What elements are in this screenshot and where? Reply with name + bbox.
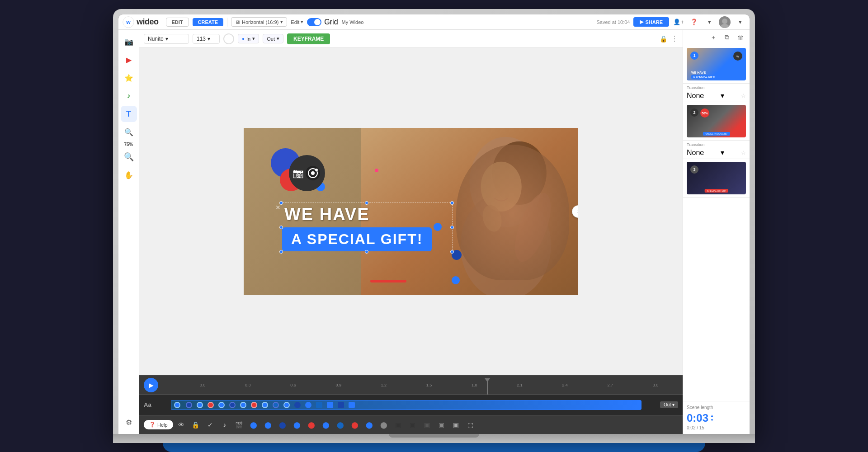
delete-scene-button[interactable]: 🗑 [735, 32, 746, 43]
out-chevron-icon: ▾ [672, 402, 675, 407]
edit-dropdown[interactable]: Edit ▾ [291, 19, 303, 25]
element-icon-4[interactable]: ⬤ [291, 419, 303, 431]
timeline-element-3[interactable] [197, 402, 203, 408]
help-button[interactable]: ❓ Help [144, 420, 173, 429]
scene-item-2[interactable]: 2 50% ON ALL PRODUCTS! [683, 102, 750, 141]
format-dropdown[interactable]: 🖥 Horizontal (16:9) ▾ [231, 17, 287, 27]
more-options-icon[interactable]: ⋮ [671, 34, 678, 43]
search-tool-button[interactable]: 🔍 [121, 124, 137, 140]
timeline-element-5[interactable] [218, 402, 225, 408]
timeline-element-14[interactable] [316, 402, 322, 408]
timeline-element-8[interactable] [251, 402, 257, 408]
element-icon-9[interactable]: ⬤ [363, 419, 376, 431]
music-tool-button[interactable]: ♪ [121, 88, 137, 104]
pan-tool-button[interactable]: ✋ [121, 167, 137, 183]
track-out-button[interactable]: Out ▾ [660, 401, 678, 408]
chevron-down-nav-icon[interactable]: ▾ [703, 16, 715, 28]
timeline-element-9[interactable] [262, 402, 268, 408]
grid-toggle[interactable]: Grid [307, 18, 338, 26]
timeline-element-10[interactable] [273, 402, 279, 408]
transition-dropdown-2[interactable]: ▾ [721, 148, 724, 157]
timeline-element-16[interactable] [338, 402, 344, 408]
visibility-icon[interactable]: 👁 [175, 419, 188, 431]
share-button[interactable]: ▶ SHARE [633, 17, 669, 27]
settings-button[interactable]: ⚙ [121, 414, 137, 430]
toggle-switch[interactable] [307, 18, 321, 26]
lock-icon[interactable]: 🔒 [660, 35, 667, 42]
handle-bl[interactable] [279, 250, 283, 254]
stickers-tool-button[interactable]: ⭐ [121, 70, 137, 86]
handle-rm[interactable] [450, 226, 454, 229]
user-avatar[interactable] [719, 16, 731, 28]
timeline-clip[interactable] [171, 400, 642, 410]
timeline-element-17[interactable] [349, 402, 355, 408]
timeline-element-2[interactable] [186, 402, 192, 408]
share-icon: ▶ [640, 19, 643, 25]
animation-in-button[interactable]: ● In ▾ [238, 34, 259, 43]
transition-favorite-2[interactable]: ☆ [741, 150, 746, 156]
timeline-element-7[interactable] [240, 402, 246, 408]
edit-mode-button[interactable]: EDIT [166, 18, 189, 27]
track-content[interactable] [161, 399, 656, 411]
element-icon-2[interactable]: ⬤ [262, 419, 274, 431]
scene-length-down[interactable]: ▼ [710, 419, 714, 422]
timeline-element-4[interactable] [208, 402, 214, 408]
timeline-element-13[interactable] [305, 402, 311, 408]
timeline-element-12[interactable] [294, 402, 301, 408]
font-size-selector[interactable]: 113 ▾ [193, 34, 220, 44]
user-menu-chevron[interactable]: ▾ [734, 16, 746, 28]
element-icon-7[interactable]: ⬤ [334, 419, 347, 431]
add-scene-button[interactable]: + [708, 32, 719, 43]
deselect-button[interactable]: ✕ [275, 204, 281, 211]
play-button[interactable]: ▶ [144, 378, 158, 392]
handle-lm[interactable] [279, 226, 283, 229]
element-icon-1[interactable]: ⬤ [247, 419, 260, 431]
timeline-element-1[interactable] [174, 402, 180, 408]
scene-item-1[interactable]: 1 WE HAVE A SPECIAL GIFT! w [683, 45, 750, 84]
handle-br[interactable] [450, 250, 454, 254]
color-picker[interactable] [223, 33, 234, 44]
audio-icon[interactable]: ♪ [218, 419, 231, 431]
element-icon-15[interactable]: ▣ [450, 419, 462, 431]
element-icon-13[interactable]: ▣ [421, 419, 434, 431]
keyframe-button[interactable]: KEYFRAME [287, 33, 330, 44]
duplicate-scene-button[interactable]: ⧉ [722, 32, 732, 43]
transition-dropdown-1[interactable]: ▾ [721, 91, 724, 100]
timeline-element-15[interactable] [327, 402, 333, 408]
camera-tool-button[interactable]: 📷 [121, 33, 137, 50]
font-selector[interactable]: Nunito ▾ [144, 34, 189, 44]
element-icon-6[interactable]: ⬤ [320, 419, 332, 431]
my-wideo-label[interactable]: My Wideo [342, 19, 364, 25]
playhead-head [485, 378, 490, 382]
scene-item-3[interactable]: 3 SPECIAL OFFER! [683, 159, 750, 198]
film-icon[interactable]: 🎬 [233, 419, 245, 431]
text-tool-button[interactable]: T [121, 106, 137, 122]
element-icon-16[interactable]: ⬚ [464, 419, 477, 431]
element-icon-14[interactable]: ▣ [435, 419, 448, 431]
timeline-element-6[interactable] [229, 402, 236, 408]
scene2-text-preview: ON ALL PRODUCTS! [703, 132, 730, 136]
help-button[interactable]: ❓ [688, 16, 700, 28]
canvas-frame[interactable]: WE HAVE A SPECIAL GIFT! [244, 128, 578, 295]
lock-bottom-icon[interactable]: 🔒 [189, 419, 202, 431]
handle-bm[interactable] [365, 250, 368, 254]
element-icon-11[interactable]: ▣ [392, 419, 405, 431]
timeline-element-11[interactable] [283, 402, 290, 408]
scene-number-2: 2 [690, 108, 698, 117]
create-mode-button[interactable]: CREATE [193, 18, 223, 26]
animation-out-button[interactable]: Out ▾ [263, 34, 283, 43]
checkmark-icon[interactable]: ✓ [204, 419, 217, 431]
handle-tm[interactable] [365, 201, 368, 205]
element-icon-8[interactable]: ⬤ [349, 419, 361, 431]
shapes-tool-button[interactable]: ▶ [121, 52, 137, 68]
element-icon-12[interactable]: ▣ [406, 419, 419, 431]
add-user-button[interactable]: 👤+ [673, 16, 684, 28]
handle-tr[interactable] [450, 201, 454, 205]
scene-length-up[interactable]: ▲ [710, 414, 714, 418]
help-label: Help [157, 422, 168, 428]
element-icon-5[interactable]: ⬤ [305, 419, 318, 431]
element-icon-10[interactable]: ⬤ [377, 419, 390, 431]
zoom-out-button[interactable]: 🔍 [121, 149, 137, 165]
element-icon-3[interactable]: ⬤ [276, 419, 289, 431]
transition-favorite-1[interactable]: ☆ [741, 93, 746, 99]
